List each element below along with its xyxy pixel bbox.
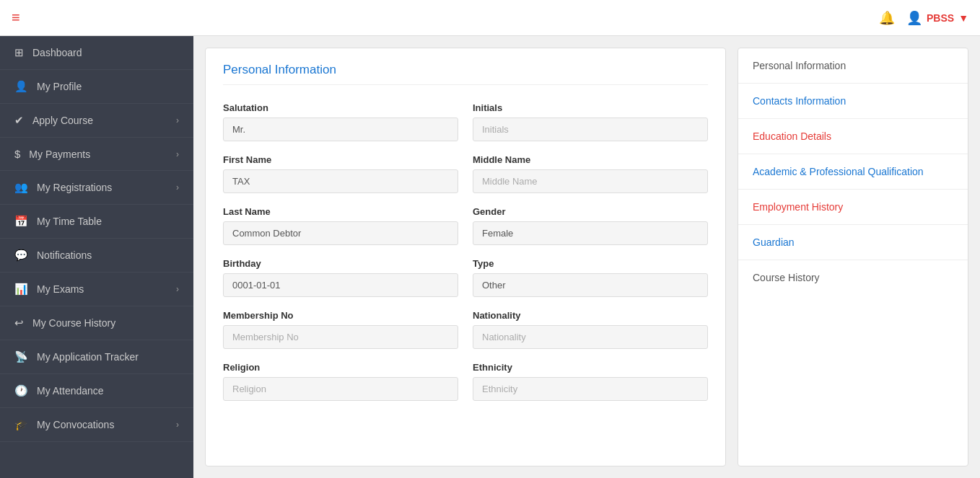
my-course-history-icon: ↩ xyxy=(14,317,24,329)
main-layout: ⊞ Dashboard 👤 My Profile ✔ Apply Course … xyxy=(0,36,980,478)
right-nav-item-education-details[interactable]: Education Details xyxy=(738,119,968,154)
input-type[interactable] xyxy=(473,273,708,297)
chevron-right-icon: › xyxy=(176,149,179,159)
sidebar-item-my-application-tracker[interactable]: 📡 My Application Tracker xyxy=(0,340,193,374)
my-convocations-icon: 🎓 xyxy=(14,418,28,431)
my-application-tracker-icon: 📡 xyxy=(14,350,28,363)
form-row-lastname-gender: Last Name Gender xyxy=(223,206,708,245)
my-profile-icon: 👤 xyxy=(14,80,28,93)
sidebar-label-my-timetable: My Time Table xyxy=(37,216,179,227)
right-nav-item-course-history[interactable]: Course History xyxy=(738,260,968,295)
label-nationality: Nationality xyxy=(473,310,708,321)
sidebar-item-my-attendance[interactable]: 🕐 My Attendance xyxy=(0,374,193,408)
user-caret-icon: ▼ xyxy=(958,12,968,24)
sidebar-item-notifications[interactable]: 💬 Notifications xyxy=(0,239,193,273)
right-nav: Personal InformationContacts Information… xyxy=(738,48,968,466)
input-lastname[interactable] xyxy=(223,221,458,245)
input-birthday[interactable] xyxy=(223,273,458,297)
label-birthday: Birthday xyxy=(223,258,458,269)
dashboard-icon: ⊞ xyxy=(14,46,24,59)
input-initials[interactable] xyxy=(473,118,708,141)
form-group-ethnicity: Ethnicity xyxy=(473,362,708,401)
right-nav-item-guardian[interactable]: Guardian xyxy=(738,225,968,260)
sidebar: ⊞ Dashboard 👤 My Profile ✔ Apply Course … xyxy=(0,36,193,478)
my-timetable-icon: 📅 xyxy=(14,215,28,228)
user-menu[interactable]: 👤 PBSS ▼ xyxy=(906,10,968,26)
sidebar-label-notifications: Notifications xyxy=(37,249,179,261)
topbar: ≡ 🔔 👤 PBSS ▼ xyxy=(0,0,980,36)
form-row-membership-nationality: Membership No Nationality xyxy=(223,310,708,349)
sidebar-label-my-exams: My Exams xyxy=(37,283,176,295)
sidebar-item-my-convocations[interactable]: 🎓 My Convocations › xyxy=(0,408,193,442)
hamburger-icon[interactable]: ≡ xyxy=(12,9,20,26)
label-religion: Religion xyxy=(223,362,458,373)
chevron-right-icon: › xyxy=(176,420,179,430)
form-panel: Personal Information Salutation Initials… xyxy=(205,48,726,466)
input-religion[interactable] xyxy=(223,377,458,401)
sidebar-label-my-application-tracker: My Application Tracker xyxy=(37,351,179,363)
topbar-right: 🔔 👤 PBSS ▼ xyxy=(879,10,968,26)
my-attendance-icon: 🕐 xyxy=(14,384,28,397)
sidebar-item-my-course-history[interactable]: ↩ My Course History xyxy=(0,306,193,340)
input-firstname[interactable] xyxy=(223,169,458,193)
form-group-nationality: Nationality xyxy=(473,310,708,349)
chevron-right-icon: › xyxy=(176,182,179,192)
form-group-birthday: Birthday xyxy=(223,258,458,297)
form-group-initials: Initials xyxy=(473,102,708,141)
sidebar-label-my-payments: My Payments xyxy=(29,149,176,160)
sidebar-label-apply-course: Apply Course xyxy=(32,115,176,126)
input-gender[interactable] xyxy=(473,221,708,245)
content-area: Personal Information Salutation Initials… xyxy=(193,36,980,478)
form-row-salutation-initials: Salutation Initials xyxy=(223,102,708,141)
my-registrations-icon: 👥 xyxy=(14,181,28,194)
sidebar-label-my-attendance: My Attendance xyxy=(37,385,179,397)
sidebar-item-dashboard[interactable]: ⊞ Dashboard xyxy=(0,36,193,70)
form-group-middlename: Middle Name xyxy=(473,154,708,193)
form-row-religion-ethnicity: Religion Ethnicity xyxy=(223,362,708,401)
label-lastname: Last Name xyxy=(223,206,458,217)
form-group-religion: Religion xyxy=(223,362,458,401)
right-nav-item-employment-history[interactable]: Employment History xyxy=(738,190,968,225)
input-middlename[interactable] xyxy=(473,169,708,193)
form-group-type: Type xyxy=(473,258,708,297)
sidebar-item-my-timetable[interactable]: 📅 My Time Table xyxy=(0,205,193,239)
form-group-gender: Gender xyxy=(473,206,708,245)
right-nav-item-contacts-information[interactable]: Contacts Information xyxy=(738,84,968,119)
chevron-right-icon: › xyxy=(176,115,179,125)
sidebar-item-apply-course[interactable]: ✔ Apply Course › xyxy=(0,104,193,138)
right-nav-item-personal-information[interactable]: Personal Information xyxy=(738,48,968,84)
sidebar-label-my-registrations: My Registrations xyxy=(37,182,176,193)
sidebar-label-my-profile: My Profile xyxy=(37,81,179,92)
label-type: Type xyxy=(473,258,708,269)
apply-course-icon: ✔ xyxy=(14,114,24,127)
chevron-right-icon: › xyxy=(176,284,179,294)
label-gender: Gender xyxy=(473,206,708,217)
sidebar-item-my-registrations[interactable]: 👥 My Registrations › xyxy=(0,171,193,205)
label-middlename: Middle Name xyxy=(473,154,708,165)
user-avatar-icon: 👤 xyxy=(906,10,922,26)
my-exams-icon: 📊 xyxy=(14,283,28,296)
label-ethnicity: Ethnicity xyxy=(473,362,708,373)
my-payments-icon: $ xyxy=(14,148,20,160)
bell-icon[interactable]: 🔔 xyxy=(879,10,895,26)
label-initials: Initials xyxy=(473,102,708,113)
label-firstname: First Name xyxy=(223,154,458,165)
form-panel-title: Personal Information xyxy=(223,63,708,85)
input-nationality[interactable] xyxy=(473,325,708,349)
form-row-birthday-type: Birthday Type xyxy=(223,258,708,297)
sidebar-item-my-profile[interactable]: 👤 My Profile xyxy=(0,70,193,104)
sidebar-label-my-course-history: My Course History xyxy=(32,317,179,329)
input-ethnicity[interactable] xyxy=(473,377,708,401)
input-salutation[interactable] xyxy=(223,118,458,141)
user-label: PBSS xyxy=(927,12,954,24)
sidebar-item-my-exams[interactable]: 📊 My Exams › xyxy=(0,273,193,306)
form-group-firstname: First Name xyxy=(223,154,458,193)
input-membership[interactable] xyxy=(223,325,458,349)
sidebar-label-dashboard: Dashboard xyxy=(32,47,179,58)
form-group-lastname: Last Name xyxy=(223,206,458,245)
label-membership: Membership No xyxy=(223,310,458,321)
form-group-salutation: Salutation xyxy=(223,102,458,141)
notifications-icon: 💬 xyxy=(14,249,28,262)
sidebar-item-my-payments[interactable]: $ My Payments › xyxy=(0,138,193,171)
right-nav-item-academic-qualification[interactable]: Academic & Professional Qualification xyxy=(738,154,968,190)
